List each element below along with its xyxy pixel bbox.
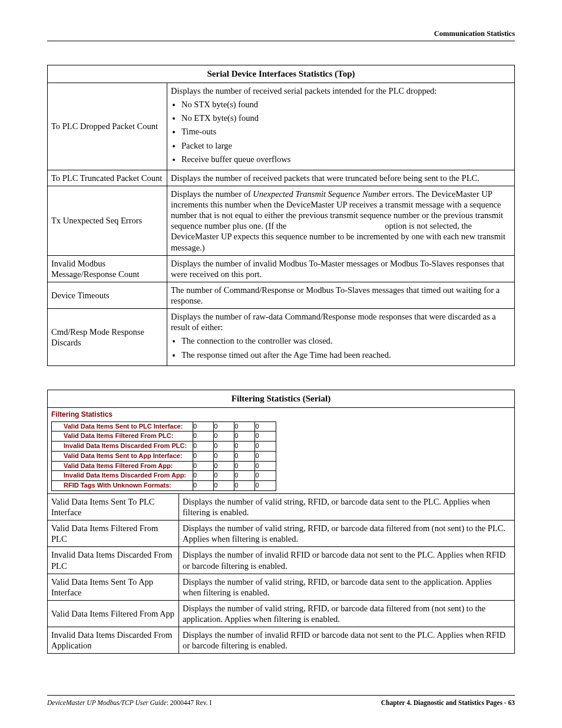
figure-row-label: Valid Data Items Filtered From App: [52,461,193,471]
figure-value: 0 [234,431,255,442]
figure-value: 0 [214,451,234,461]
figure-row-label: Valid Data Items Filtered From PLC: [52,431,193,442]
figure-value: 0 [193,451,214,461]
row-desc: Displays the number of Unexpected Transm… [167,186,515,255]
figure-value: 0 [255,471,276,481]
figure-value: 0 [193,471,214,481]
figure-value: 0 [234,451,255,461]
row-label: Invalid Data Items Discarded From Applic… [48,627,179,654]
figure-row-label: Valid Data Items Sent to App Interface: [52,451,193,461]
figure-value: 0 [234,442,255,452]
figure-value: 0 [255,421,276,431]
intro-text: Displays the number of raw-data Command/… [171,311,511,332]
row-desc: Displays the number of valid string, RFI… [179,574,515,600]
figure-value: 0 [193,421,214,431]
figure-row-label: RFID Tags With Unknown Formats: [52,481,193,491]
bullet: The response timed out after the Age Tim… [181,350,511,360]
row-desc: The number of Command/Response or Modbus… [167,282,515,308]
text: Displays the number of [171,189,253,199]
row-label: Valid Data Items Filtered From App [48,600,179,627]
figure-row-label: Invalid Data Items Discarded From App: [52,471,193,481]
figure-table: Valid Data Items Sent to PLC Interface:0… [51,421,276,491]
row-label: Tx Unexpected Seq Errors [48,186,167,255]
row-label: To PLC Truncated Packet Count [48,170,167,186]
row-desc: Displays the number of invalid Modbus To… [167,255,515,282]
figure-heading: Filtering Statistics [51,410,511,419]
row-label: Invalid Modbus Message/Response Count [48,255,167,282]
bullet: No ETX byte(s) found [181,113,511,123]
row-desc: Displays the number of valid string, RFI… [179,600,515,627]
row-label: Invalid Data Items Discarded From PLC [48,547,179,574]
figure-value: 0 [193,442,214,452]
figure-value: 0 [234,421,255,431]
bullet: The connection to the controller was clo… [181,335,511,346]
figure-value: 0 [234,461,255,471]
serial-stats-table: Serial Device Interfaces Statistics (Top… [47,65,515,366]
page-footer: DeviceMaster UP Modbus/TCP User Guide: 2… [47,695,515,706]
figure-value: 0 [234,471,255,481]
footer-title: DeviceMaster UP Modbus/TCP User Guide [47,699,167,706]
figure-value: 0 [234,481,255,491]
figure-value: 0 [214,421,234,431]
figure-value: 0 [193,431,214,442]
footer-right: Chapter 4. Diagnostic and Statistics Pag… [381,699,515,706]
figure-value: 0 [214,431,234,442]
figure-value: 0 [255,442,276,452]
page-section-header: Communication Statistics [47,29,515,41]
footer-rev: : 2000447 Rev. I [167,699,212,706]
row-desc: Displays the number of raw-data Command/… [167,309,515,366]
row-desc: Displays the number of received packets … [167,170,515,186]
row-label: Valid Data Items Filtered From PLC [48,521,179,547]
figure-value: 0 [193,481,214,491]
intro-text: Displays the number of received serial p… [171,85,511,96]
figure-value: 0 [214,471,234,481]
filtering-stats-table: Filtering Statistics (Serial) Filtering … [47,390,515,654]
row-desc: Displays the number of valid string, RFI… [179,493,515,520]
figure-row-label: Invalid Data Items Discarded From PLC: [52,442,193,452]
row-desc: Displays the number of received serial p… [167,83,515,170]
figure-value: 0 [214,442,234,452]
figure-value: 0 [255,451,276,461]
filtering-figure-cell: Filtering Statistics Valid Data Items Se… [48,407,515,493]
row-label: To PLC Dropped Packet Count [48,83,167,170]
italic-term: Unexpected Transmit Sequence Number [253,189,389,199]
figure-value: 0 [214,481,234,491]
footer-left: DeviceMaster UP Modbus/TCP User Guide: 2… [47,699,211,706]
row-label: Cmd/Resp Mode Response Discards [48,309,167,366]
row-desc: Displays the number of invalid RFID or b… [179,627,515,654]
row-desc: Displays the number of valid string, RFI… [179,521,515,547]
figure-value: 0 [255,431,276,442]
bullet: Receive buffer queue overflows [181,154,511,164]
figure-value: 0 [255,461,276,471]
row-desc: Displays the number of invalid RFID or b… [179,547,515,574]
row-label: Valid Data Items Sent To App Interface [48,574,179,600]
table1-title: Serial Device Interfaces Statistics (Top… [48,65,515,83]
bullet: No STX byte(s) found [181,99,511,110]
row-label: Valid Data Items Sent To PLC Interface [48,493,179,520]
figure-row-label: Valid Data Items Sent to PLC Interface: [52,421,193,431]
bullet: Packet to large [181,140,511,151]
figure-value: 0 [255,481,276,491]
figure-value: 0 [193,461,214,471]
bullet: Time-outs [181,126,511,137]
row-label: Device Timeouts [48,282,167,308]
table2-title: Filtering Statistics (Serial) [48,390,515,407]
figure-value: 0 [214,461,234,471]
